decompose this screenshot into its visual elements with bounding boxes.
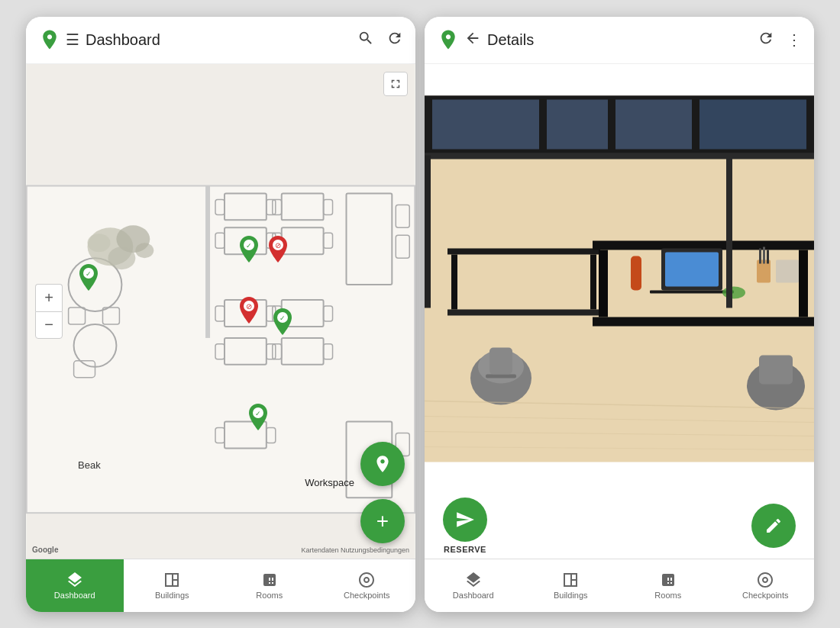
svg-point-10	[88, 233, 111, 252]
svg-rect-71	[486, 374, 516, 378]
svg-rect-67	[451, 254, 457, 309]
pin-red-1[interactable]: ⊘	[267, 236, 289, 262]
search-button[interactable]	[357, 30, 374, 50]
svg-point-11	[135, 243, 153, 258]
svg-rect-68	[590, 254, 596, 309]
more-button[interactable]: ⋮	[787, 31, 802, 49]
svg-rect-78	[799, 250, 808, 317]
svg-rect-80	[665, 252, 719, 286]
details-header: Details ⋮	[425, 17, 814, 64]
zoom-out-button[interactable]: −	[35, 311, 63, 339]
back-button[interactable]	[464, 30, 481, 50]
tab-checkpoints[interactable]: Checkpoints	[318, 559, 416, 612]
logo-pin-icon-2	[437, 28, 460, 51]
svg-rect-84	[759, 248, 761, 263]
svg-rect-94	[425, 155, 431, 308]
tab-dashboard[interactable]: Dashboard	[26, 559, 124, 612]
map-footer-text: Kartendaten Nutzungsbedingungen	[301, 546, 409, 554]
tab-buildings-label-2: Buildings	[554, 591, 588, 600]
tab-dashboard-2[interactable]: Dashboard	[425, 559, 522, 612]
svg-rect-86	[767, 250, 769, 263]
bottom-tabs-2: Dashboard Buildings Rooms Checkpoints	[425, 559, 814, 612]
location-fab[interactable]	[360, 442, 405, 486]
tab-buildings-label: Buildings	[155, 591, 189, 600]
refresh-icon	[386, 30, 403, 47]
svg-rect-72	[489, 347, 512, 374]
tab-rooms[interactable]: Rooms	[221, 559, 318, 612]
building-icon-2	[561, 571, 580, 589]
tab-buildings-2[interactable]: Buildings	[522, 559, 620, 612]
pin-green-4[interactable]: ✓	[247, 404, 269, 430]
svg-rect-77	[599, 250, 608, 317]
expand-button[interactable]	[383, 72, 408, 96]
bottom-tabs: Dashboard Buildings Rooms Checkpoints	[26, 559, 415, 612]
svg-rect-61	[547, 99, 608, 149]
back-arrow-icon	[464, 30, 481, 47]
svg-rect-60	[432, 99, 539, 149]
tab-dashboard-label-2: Dashboard	[453, 591, 494, 600]
refresh-icon-2	[758, 30, 774, 47]
svg-text:✓: ✓	[255, 410, 261, 417]
tab-rooms-label-2: Rooms	[654, 591, 681, 600]
logo-pin-icon	[38, 28, 61, 51]
svg-text:⊘: ⊘	[275, 241, 281, 250]
svg-rect-12	[205, 185, 210, 337]
google-watermark: Google	[32, 546, 58, 554]
details-title: Details	[487, 31, 758, 49]
svg-rect-62	[615, 99, 692, 149]
layers-icon-2	[464, 571, 483, 589]
add-fab[interactable]: +	[360, 499, 405, 543]
refresh-button-2[interactable]	[758, 30, 774, 50]
layers-icon	[66, 571, 84, 589]
refresh-button[interactable]	[386, 30, 403, 50]
zoom-in-button[interactable]: +	[35, 284, 63, 311]
svg-rect-87	[776, 259, 799, 282]
details-actions: RESERVE	[425, 494, 814, 559]
dashboard-header: ☰ Dashboard	[26, 17, 415, 64]
pin-green-3[interactable]: ✓	[272, 308, 293, 335]
room-icon-2	[659, 571, 677, 589]
svg-rect-76	[593, 317, 814, 326]
tab-rooms-label: Rooms	[256, 591, 283, 600]
expand-icon	[389, 77, 402, 91]
map-container[interactable]: Beak ✓ ✓ ⊘	[26, 64, 415, 559]
svg-text:⊘: ⊘	[246, 302, 252, 311]
svg-point-9	[108, 246, 135, 269]
edit-button[interactable]	[751, 504, 796, 548]
dashboard-title: Dashboard	[86, 31, 357, 49]
svg-rect-65	[447, 248, 600, 254]
svg-text:✓: ✓	[246, 242, 252, 250]
room-icon	[260, 571, 279, 589]
office-photo-svg	[425, 64, 814, 494]
location-pin-fab-icon	[373, 454, 393, 474]
office-photo	[425, 64, 814, 494]
reserve-circle[interactable]	[443, 498, 487, 542]
details-screen: Details ⋮	[425, 17, 814, 612]
pin-red-2[interactable]: ⊘	[238, 297, 260, 324]
tab-buildings[interactable]: Buildings	[124, 559, 221, 612]
building-icon	[163, 571, 181, 589]
svg-rect-81	[650, 290, 734, 293]
tab-dashboard-label: Dashboard	[54, 591, 95, 600]
svg-text:✓: ✓	[279, 314, 286, 322]
edit-icon	[764, 517, 783, 535]
tab-checkpoints-2[interactable]: Checkpoints	[717, 559, 815, 612]
tab-checkpoints-label-2: Checkpoints	[742, 591, 789, 600]
svg-rect-63	[699, 99, 806, 149]
map-controls: + −	[35, 284, 63, 339]
menu-button[interactable]: ☰	[66, 31, 79, 49]
svg-rect-66	[447, 309, 600, 315]
add-icon: +	[376, 509, 389, 533]
target-icon	[357, 571, 376, 589]
reserve-button-wrap[interactable]: RESERVE	[443, 498, 487, 554]
svg-text:✓: ✓	[86, 270, 92, 278]
pin-green-2[interactable]: ✓	[238, 236, 260, 262]
svg-rect-64	[425, 153, 814, 159]
svg-rect-93	[726, 155, 732, 308]
tab-checkpoints-label: Checkpoints	[344, 591, 390, 600]
svg-rect-74	[759, 355, 793, 384]
workspace-label: Workspace	[305, 477, 354, 488]
tab-rooms-2[interactable]: Rooms	[619, 559, 717, 612]
pin-green-1[interactable]: ✓	[78, 264, 99, 291]
target-icon-2	[756, 571, 774, 589]
